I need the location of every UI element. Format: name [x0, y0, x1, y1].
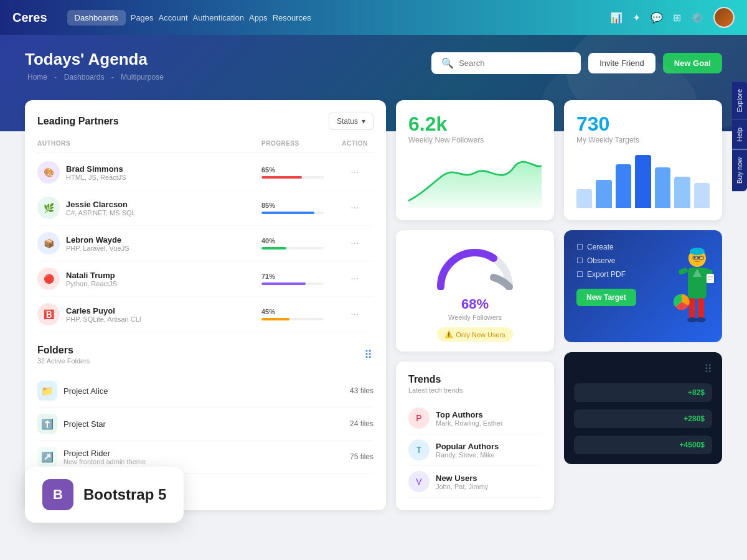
help-tab[interactable]: Help: [732, 119, 747, 149]
trend-row: T Popular Authors Randy, Steve, Mike: [408, 434, 542, 466]
folders-dots-icon[interactable]: ⠿: [364, 348, 374, 362]
bootstrap-icon: B: [42, 479, 73, 510]
progress-section: 65%: [261, 166, 336, 179]
progress-pct: 65%: [261, 166, 336, 174]
partner-skills: Python, ReactJS: [66, 280, 117, 287]
status-dropdown[interactable]: Status ▾: [329, 113, 374, 130]
svg-rect-16: [698, 298, 704, 320]
action-dots[interactable]: ···: [350, 202, 359, 213]
trend-icon: T: [408, 439, 430, 460]
partner-info: 📦 Lebron Wayde PHP, Laravel, VueJS: [37, 232, 261, 254]
progress-section: 71%: [261, 273, 336, 285]
nav-pages[interactable]: Pages: [131, 13, 154, 22]
folders-header: Folders 32 Active Folders ⠿: [37, 345, 374, 365]
bar-item: [674, 177, 690, 208]
targets-label: My Weekly Targets: [576, 136, 710, 144]
breadcrumb: Home - Dashboards - Multipurpose: [25, 73, 722, 82]
svg-rect-12: [707, 274, 714, 283]
svg-point-2: [694, 257, 696, 259]
gauge-label: Weekly Followers: [448, 314, 502, 321]
bar-item: [635, 155, 651, 208]
action-dots[interactable]: ···: [350, 273, 359, 284]
folder-info: 📁 Project Alice: [37, 381, 108, 401]
nav-apps[interactable]: Apps: [249, 13, 268, 22]
partner-info: 🔴 Natali Trump Python, ReactJS: [37, 268, 261, 290]
followers-chart: [408, 152, 542, 208]
partner-avatar: 🔴: [37, 268, 60, 290]
trend-details: New Users John, Pat, Jimmy: [436, 474, 488, 490]
partner-details: Jessie Clarcson C#, ASP.NET, MS SQL: [66, 200, 136, 217]
square-icon-2: ☐: [576, 256, 583, 265]
trend-rows: P Top Authors Mark, Rowling, Esther T Po…: [408, 403, 542, 498]
sparkle-icon[interactable]: ✦: [632, 12, 641, 24]
middle-bottom: 68% Weekly Followers ⚠️ Only New Users T…: [396, 230, 554, 510]
only-new-users: ⚠️ Only New Users: [437, 327, 512, 342]
targets-number: 730: [576, 113, 710, 136]
square-icon: ☐: [576, 243, 583, 251]
partner-name: Lebron Wayde: [66, 235, 129, 245]
action-dots[interactable]: ···: [350, 167, 359, 178]
partner-name: Carles Puyol: [66, 306, 141, 315]
progress-pct: 45%: [261, 308, 336, 315]
new-goal-button[interactable]: New Goal: [663, 53, 722, 73]
folder-details: Project Star: [63, 419, 106, 429]
nav-account[interactable]: Account: [159, 13, 188, 22]
warning-icon: ⚠️: [444, 330, 453, 338]
search-box[interactable]: 🔍: [431, 52, 581, 74]
navbar-right: 📊 ✦ 💬 ⊞ ⚙️: [610, 7, 735, 28]
folder-info: ↗️ Project Rider New frontend admin them…: [37, 447, 146, 467]
targets-bar-chart: [576, 152, 710, 208]
partner-avatar: 📦: [37, 232, 60, 254]
folder-info: ⬆️ Project Star: [37, 414, 106, 434]
gauge-container: [431, 240, 519, 296]
svg-point-18: [696, 317, 706, 322]
grid-icon[interactable]: ⊞: [673, 12, 681, 24]
explore-tab[interactable]: Explore: [732, 81, 747, 119]
user-avatar[interactable]: [713, 7, 735, 28]
navbar: Ceres Dashboards Pages Account Authentic…: [0, 0, 747, 35]
card-title: Leading Partners: [37, 116, 119, 127]
buy-now-tab[interactable]: Buy now: [732, 149, 747, 191]
folder-name: Project Star: [63, 419, 106, 429]
new-target-button[interactable]: New Target: [576, 289, 636, 306]
action-dots[interactable]: ···: [350, 238, 359, 249]
progress-section: 45%: [261, 308, 336, 320]
action-dots[interactable]: ···: [350, 309, 359, 320]
bar-chart-icon[interactable]: 📊: [610, 12, 622, 24]
invite-friend-button[interactable]: Invite Friend: [588, 53, 655, 73]
partner-info: 🌿 Jessie Clarcson C#, ASP.NET, MS SQL: [37, 197, 261, 219]
partner-skills: C#, ASP.NET, MS SQL: [66, 209, 136, 217]
message-icon[interactable]: 💬: [651, 12, 663, 24]
bar-item: [596, 180, 611, 208]
trend-row: P Top Authors Mark, Rowling, Esther: [408, 403, 542, 434]
folder-name: Project Alice: [63, 386, 108, 396]
progress-fill: [261, 212, 314, 214]
trend-subs: Randy, Steve, Mike: [436, 451, 499, 459]
partner-details: Brad Simmons HTML, JS, ReactJS: [66, 164, 126, 181]
main-content: Leading Partners Status ▾ AUTHORS PROGRE…: [0, 100, 747, 523]
progress-pct: 40%: [261, 237, 336, 245]
table-header: AUTHORS PROGRESS ACTION: [37, 140, 374, 152]
progress-section: 85%: [261, 202, 336, 214]
gauge-card: 68% Weekly Followers ⚠️ Only New Users: [396, 230, 554, 352]
trend-details: Top Authors Mark, Rowling, Esther: [436, 410, 503, 427]
settings-icon[interactable]: ⚙️: [691, 12, 703, 24]
folder-icon: 📁: [37, 381, 57, 401]
nav-resources[interactable]: Resources: [273, 13, 311, 22]
partner-details: Carles Puyol PHP, SQLite, Artisan CLI: [66, 306, 141, 323]
svg-rect-4: [695, 261, 700, 262]
trend-subs: John, Pat, Jimmy: [436, 483, 488, 490]
partner-info: 🅱️ Carles Puyol PHP, SQLite, Artisan CLI: [37, 303, 261, 325]
header-actions: 🔍 Invite Friend New Goal: [431, 52, 722, 74]
progress-pct: 71%: [261, 273, 336, 280]
folder-rows: 📁 Project Alice 43 files ⬆️ Project Star…: [37, 375, 374, 474]
trend-name: Popular Authors: [436, 442, 499, 451]
nav-dashboards[interactable]: Dashboards: [67, 10, 126, 26]
partner-name: Brad Simmons: [66, 164, 126, 174]
nav-authentication[interactable]: Authentication: [193, 13, 244, 22]
side-tabs: Explore Help Buy now: [732, 81, 747, 191]
followers-number: 6.2k: [408, 113, 542, 136]
stat-badge-1: +82$: [574, 383, 712, 402]
trends-card: Trends Latest tech trends P Top Authors …: [396, 362, 554, 510]
search-input[interactable]: [459, 58, 571, 68]
